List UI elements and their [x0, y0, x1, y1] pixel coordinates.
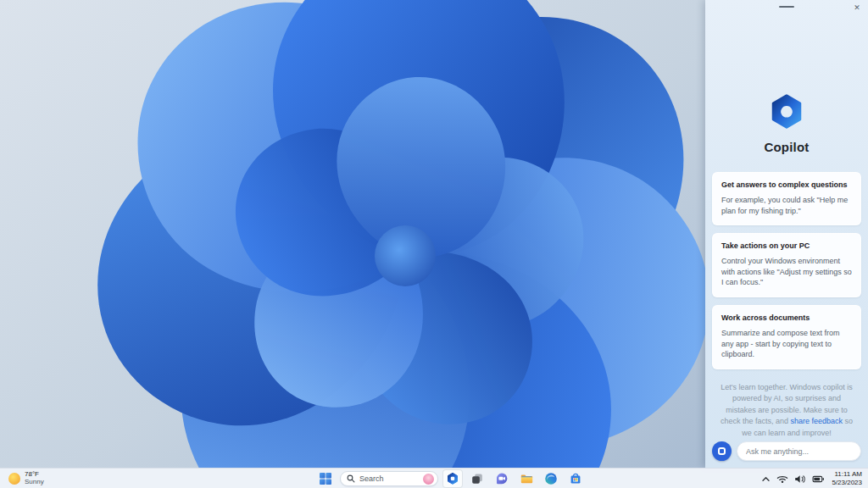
panel-title: Copilot [705, 140, 868, 154]
tray-date: 5/23/2023 [832, 479, 862, 487]
taskbar-copilot-button[interactable] [442, 469, 463, 488]
copilot-badge-icon [712, 441, 732, 461]
system-tray: 11:11 AM 5/23/2023 [760, 469, 865, 488]
taskbar-edge-button[interactable] [541, 469, 561, 488]
task-view-icon [470, 472, 484, 485]
suggestion-cards: Get answers to complex questions For exa… [705, 172, 868, 369]
taskbar-store-button[interactable] [565, 469, 586, 488]
clock[interactable]: 11:11 AM 5/23/2023 [829, 470, 865, 487]
tray-time: 11:11 AM [832, 470, 862, 479]
search-label: Search [359, 474, 419, 483]
sun-icon [8, 473, 20, 485]
card-title: Work across documents [721, 313, 852, 322]
magnifier-icon [347, 474, 355, 483]
chat-input-row [712, 441, 861, 461]
card-body: Summarize and compose text from any app … [721, 328, 852, 360]
taskbar-center: Search [315, 469, 586, 488]
copilot-panel: ✕ Copilot Get answers to complex questio… [705, 0, 868, 468]
tray-chevron-button[interactable] [760, 474, 772, 484]
close-icon[interactable]: ✕ [850, 2, 864, 14]
start-button[interactable] [315, 469, 336, 488]
suggestion-card-actions[interactable]: Take actions on your PC Control your Win… [712, 233, 861, 297]
file-explorer-icon [520, 472, 533, 485]
taskbar-file-explorer-button[interactable] [516, 469, 537, 488]
ai-disclaimer: Let's learn together. Windows copilot is… [705, 382, 868, 440]
suggestion-card-questions[interactable]: Get answers to complex questions For exa… [712, 172, 861, 225]
taskbar-task-view-button[interactable] [467, 469, 487, 488]
taskbar: 78°F Sunny [0, 468, 868, 488]
wifi-icon [776, 474, 788, 484]
edge-icon [544, 472, 558, 485]
minimize-handle-icon[interactable] [779, 6, 794, 8]
windows-start-icon [319, 472, 332, 485]
battery-icon [812, 474, 825, 484]
card-body: Control your Windows environment with ac… [721, 256, 852, 288]
bloom-wallpaper [0, 0, 705, 468]
tray-battery-button[interactable] [810, 474, 826, 485]
tray-volume-button[interactable] [793, 474, 808, 485]
weather-widget[interactable]: 78°F Sunny [4, 469, 48, 488]
taskbar-chat-button[interactable] [492, 469, 512, 488]
chat-icon [495, 472, 509, 485]
chevron-up-icon [761, 475, 771, 483]
share-feedback-link[interactable]: share feedback [790, 417, 843, 425]
card-title: Take actions on your PC [721, 241, 852, 250]
copilot-branding: Copilot [705, 0, 868, 154]
copilot-logo-icon [767, 92, 806, 131]
copilot-icon [446, 472, 459, 485]
weather-condition: Sunny [25, 479, 44, 486]
desktop-screen: ✕ Copilot Get answers to complex questio… [0, 0, 868, 488]
volume-icon [794, 474, 806, 484]
search-highlight-icon [423, 474, 434, 485]
tray-network-button[interactable] [775, 474, 790, 485]
search-box[interactable]: Search [340, 471, 438, 486]
card-title: Get answers to complex questions [721, 180, 852, 189]
card-body: For example, you could ask "Help me plan… [721, 195, 852, 216]
suggestion-card-documents[interactable]: Work across documents Summarize and comp… [712, 305, 861, 369]
store-icon [569, 472, 582, 485]
ask-me-anything-input[interactable] [737, 441, 861, 461]
